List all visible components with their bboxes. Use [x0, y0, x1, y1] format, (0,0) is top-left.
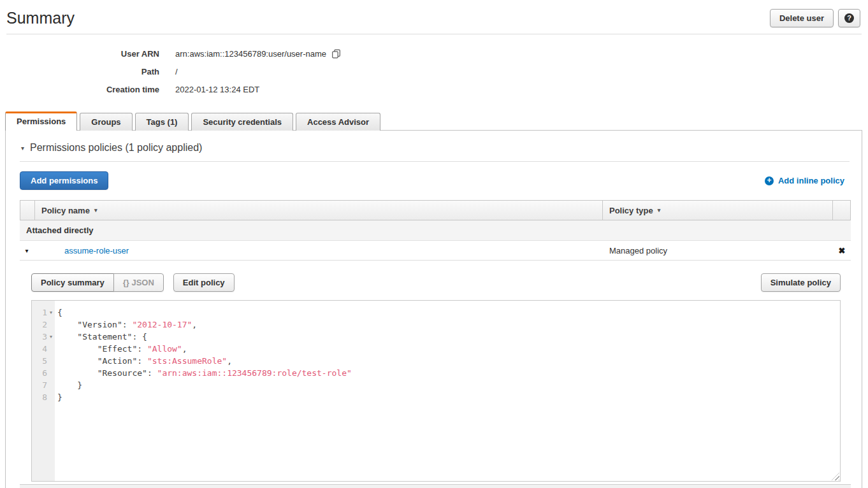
policy-name-cell: assume-role-user: [34, 246, 603, 255]
help-icon: ?: [844, 13, 854, 23]
page-title: Summary: [6, 9, 860, 27]
path-value: /: [175, 67, 178, 76]
tab-security-credentials[interactable]: Security credentials: [191, 113, 293, 131]
permissions-tab-panel: ▾ Permissions policies (1 policy applied…: [5, 130, 862, 488]
column-header-policy-type[interactable]: Policy type ▾: [602, 201, 832, 220]
tab-access-advisor[interactable]: Access Advisor: [296, 113, 380, 131]
header-actions-column: [832, 201, 850, 220]
policy-type-cell: Managed policy: [603, 246, 833, 255]
user-arn-value: arn:aws:iam::123456789:user/user-name: [175, 49, 341, 59]
tab-groups[interactable]: Groups: [80, 113, 132, 131]
tab-tags[interactable]: Tags (1): [135, 113, 189, 131]
json-view-button[interactable]: {} JSON: [113, 273, 164, 292]
policy-table: Policy name ▾ Policy type ▾ Attached dir…: [20, 200, 851, 488]
page-header: Summary Delete user ?: [0, 0, 868, 27]
remove-policy-icon[interactable]: ✖: [833, 246, 851, 255]
creation-time-label: Creation time: [0, 85, 159, 94]
panel-content: ▾ Permissions policies (1 policy applied…: [6, 131, 862, 488]
editor-code: { "Version": "2012-10-17", "Statement": …: [55, 301, 840, 481]
row-expander-icon[interactable]: ▾: [20, 247, 34, 254]
header-actions: Delete user ?: [770, 9, 860, 27]
policy-detail-expanded-area: Policy summary {} JSON Edit policy Simul…: [20, 261, 851, 484]
simulate-policy-button[interactable]: Simulate policy: [761, 273, 841, 292]
group-header-attached-directly: Attached directly: [20, 220, 851, 241]
table-footer: [20, 484, 851, 488]
json-policy-editor[interactable]: 1▾23▾45678 { "Version": "2012-10-17", "S…: [31, 300, 841, 482]
copy-icon[interactable]: [331, 49, 341, 59]
table-header: Policy name ▾ Policy type ▾: [20, 200, 851, 220]
user-arn-text: arn:aws:iam::123456789:user/user-name: [175, 49, 326, 59]
user-arn-label: User ARN: [0, 49, 159, 59]
caret-down-icon: ▾: [21, 145, 24, 152]
tab-bar: Permissions Groups Tags (1) Security cre…: [0, 111, 868, 130]
table-row: ▾ assume-role-user Managed policy ✖: [20, 241, 851, 261]
detail-row-creation-time: Creation time 2022-01-12 13:24 EDT: [0, 80, 868, 98]
section-divider: [20, 161, 850, 162]
help-button[interactable]: ?: [838, 9, 860, 27]
edit-policy-button[interactable]: Edit policy: [173, 273, 235, 292]
add-inline-policy-label: Add inline policy: [778, 176, 844, 185]
add-permissions-button[interactable]: Add permissions: [20, 171, 108, 190]
policy-type-header-label: Policy type: [609, 206, 653, 215]
actions-row: Add permissions + Add inline policy: [20, 171, 850, 190]
permissions-policies-section-toggle[interactable]: ▾ Permissions policies (1 policy applied…: [20, 141, 850, 161]
path-label: Path: [0, 67, 159, 76]
plus-circle-icon: +: [765, 176, 774, 185]
detail-row-user-arn: User ARN arn:aws:iam::123456789:user/use…: [0, 45, 868, 62]
user-details: User ARN arn:aws:iam::123456789:user/use…: [0, 45, 868, 98]
editor-gutter: 1▾23▾45678: [32, 301, 55, 481]
tab-permissions[interactable]: Permissions: [5, 111, 77, 131]
section-title-text: Permissions policies (1 policy applied): [30, 142, 202, 154]
policy-name-link[interactable]: assume-role-user: [64, 246, 129, 255]
sort-arrow-icon: ▾: [658, 207, 661, 213]
detail-row-path: Path /: [0, 62, 868, 80]
header-divider: [6, 34, 862, 34]
policy-name-header-label: Policy name: [41, 206, 90, 215]
policy-summary-button[interactable]: Policy summary: [31, 273, 114, 292]
sort-arrow-icon: ▾: [94, 207, 98, 213]
column-header-policy-name[interactable]: Policy name ▾: [34, 201, 602, 220]
header-expander-column: [20, 201, 34, 220]
policy-detail-toolbar: Policy summary {} JSON Edit policy Simul…: [31, 273, 841, 292]
creation-time-value: 2022-01-12 13:24 EDT: [175, 85, 259, 94]
add-inline-policy-link[interactable]: + Add inline policy: [765, 176, 844, 185]
delete-user-button[interactable]: Delete user: [770, 9, 834, 27]
